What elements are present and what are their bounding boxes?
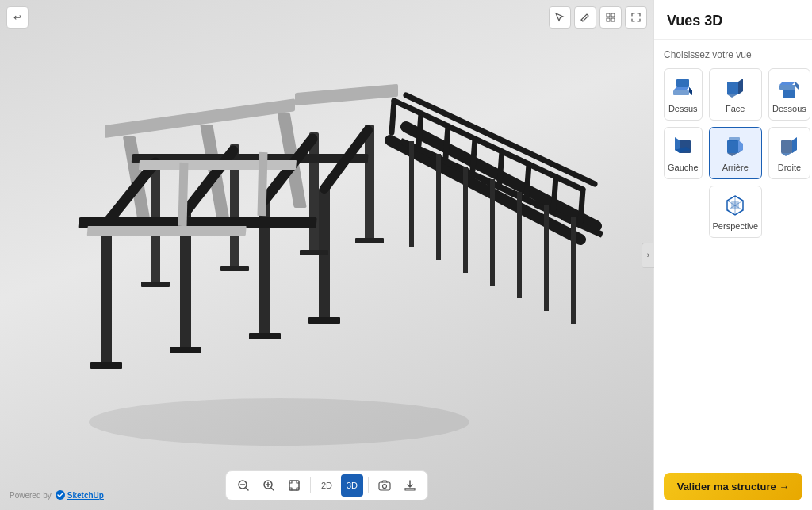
view-droite-button[interactable]: Droite (768, 127, 810, 179)
view-arriere-button[interactable]: Arrière (709, 127, 762, 179)
svg-rect-19 (141, 282, 170, 287)
svg-rect-1 (611, 13, 615, 17)
droite-cube-icon (776, 134, 802, 159)
svg-rect-22 (309, 132, 319, 251)
arriere-cube-icon (722, 134, 748, 159)
gauche-cube-icon (670, 134, 695, 159)
bottom-toolbar: 2D 3D (225, 470, 428, 500)
dessous-cube-icon (776, 75, 802, 101)
gauche-label: Gauche (668, 163, 699, 172)
sketchup-icon (55, 489, 66, 500)
svg-rect-17 (308, 317, 340, 324)
mode-3d-label: 3D (347, 481, 358, 490)
panel-title: Vues 3D (667, 13, 799, 29)
dessus-label: Dessus (668, 104, 698, 113)
svg-rect-79 (727, 140, 738, 153)
grid-tool-button[interactable] (599, 6, 622, 29)
powered-by-text: Powered by (10, 491, 52, 500)
sketchup-label: SketchUp (67, 491, 104, 500)
panel-toggle-button[interactable]: › (642, 243, 654, 268)
svg-rect-6 (295, 83, 398, 105)
view-grid: Dessus Face Dessous (664, 68, 802, 238)
svg-rect-69 (289, 481, 299, 490)
face-cube-icon (722, 75, 748, 101)
svg-rect-76 (779, 85, 795, 90)
svg-rect-77 (783, 90, 795, 98)
svg-rect-13 (170, 347, 201, 353)
view-dessous-button[interactable]: Dessous (768, 68, 810, 121)
svg-rect-11 (90, 362, 122, 369)
cursor-tool-button[interactable] (549, 6, 571, 29)
view-dessus-button[interactable]: Dessus (664, 68, 703, 121)
svg-line-66 (271, 488, 274, 490)
top-left-toolbar: ↩ (6, 6, 29, 29)
svg-rect-82 (731, 201, 739, 209)
svg-line-52 (392, 101, 394, 132)
svg-rect-2 (607, 18, 610, 21)
zoom-in-button[interactable] (258, 474, 280, 497)
validate-label: Valider ma structure → (677, 481, 790, 493)
svg-rect-75 (727, 82, 738, 94)
pencil-icon (580, 12, 591, 23)
viewport: ↩ (0, 0, 653, 510)
sketchup-logo: SketchUp (55, 489, 104, 500)
pencil-tool-button[interactable] (574, 6, 596, 29)
fit-view-button[interactable] (283, 474, 305, 497)
zoom-in-icon (262, 479, 275, 492)
face-label: Face (726, 104, 745, 113)
svg-rect-73 (676, 79, 689, 87)
svg-line-63 (246, 488, 248, 490)
fit-icon (288, 479, 301, 492)
svg-rect-21 (220, 266, 249, 271)
view-perspective-button[interactable]: Perspective (709, 186, 762, 238)
perspective-label: Perspective (713, 221, 758, 231)
svg-point-4 (89, 398, 469, 446)
grid-icon (605, 12, 616, 23)
download-icon (404, 479, 416, 492)
svg-line-58 (553, 177, 556, 209)
svg-rect-5 (105, 98, 295, 138)
camera-button[interactable] (373, 474, 396, 497)
fullscreen-button[interactable] (625, 6, 647, 29)
validate-button[interactable]: Valider ma structure → (664, 473, 802, 500)
svg-rect-0 (607, 13, 610, 17)
cursor-icon (554, 12, 565, 23)
svg-line-56 (500, 151, 502, 183)
powered-by: Powered by SketchUp (10, 489, 104, 500)
mode-3d-button[interactable]: 3D (341, 474, 363, 497)
svg-rect-70 (379, 482, 390, 490)
svg-rect-81 (781, 140, 792, 153)
svg-rect-33 (87, 226, 247, 236)
svg-rect-25 (355, 238, 384, 243)
zoom-out-button[interactable] (232, 474, 255, 497)
svg-line-57 (527, 164, 529, 196)
download-button[interactable] (399, 474, 421, 497)
svg-rect-24 (365, 125, 374, 240)
zoom-out-icon (237, 479, 250, 492)
back-icon: ↩ (13, 12, 21, 23)
right-panel: › Vues 3D Choisissez votre vue Dessus (653, 0, 812, 510)
panel-header: Vues 3D (654, 0, 812, 40)
svg-line-59 (580, 190, 583, 221)
view-face-button[interactable]: Face (709, 68, 762, 121)
mode-2d-button[interactable]: 2D (316, 474, 338, 497)
svg-rect-80 (729, 137, 740, 141)
svg-line-55 (473, 139, 475, 171)
svg-rect-32 (139, 160, 297, 170)
back-button[interactable]: ↩ (6, 6, 29, 29)
toolbar-divider-1 (310, 477, 311, 493)
svg-rect-15 (249, 333, 281, 339)
camera-icon (378, 479, 391, 492)
dessus-cube-icon (670, 75, 695, 101)
choose-view-label: Choisissez votre vue (664, 49, 802, 60)
svg-line-35 (262, 152, 263, 216)
fullscreen-icon (630, 12, 642, 23)
3d-model-area (0, 0, 653, 510)
svg-rect-3 (611, 18, 615, 21)
svg-line-36 (390, 140, 580, 240)
svg-line-34 (182, 163, 184, 226)
svg-rect-74 (673, 90, 689, 95)
view-gauche-button[interactable]: Gauche (664, 127, 703, 179)
chevron-left-icon: › (647, 251, 649, 259)
svg-point-71 (383, 485, 387, 489)
